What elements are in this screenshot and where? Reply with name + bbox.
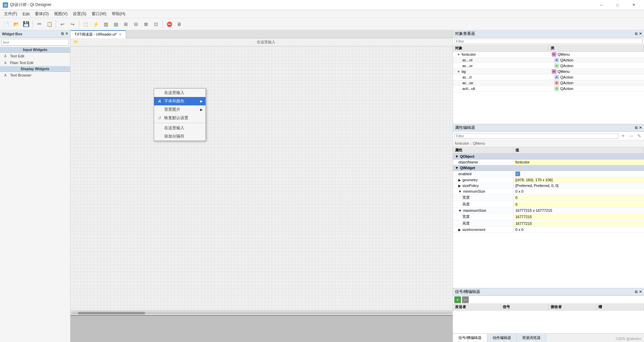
prop-val-sizepolicy[interactable]: [Preferred, Preferred, 0, 0] [513,183,644,188]
obj-row-fontcolor[interactable]: ▼ fontcolor M QMenu [453,52,644,57]
obj-row-acrt[interactable]: ac...rt A QAction [453,75,644,80]
prop-row-maximumsize[interactable]: ▼ maximumSize 16777215 x 16777215 [453,208,644,213]
toolbar-layout4[interactable]: ⊟ [131,19,141,29]
prop-row-objectname[interactable]: objectName fontcolor [453,159,644,165]
menu-edit[interactable]: Edit [20,11,32,17]
menu-settings[interactable]: 设置(S) [70,10,89,17]
signal-del-btn[interactable]: ─ [462,296,469,303]
prop-row-height2[interactable]: 高度 16777215 [453,220,644,227]
menu-window[interactable]: 窗口(W) [89,10,109,17]
widget-search-box[interactable] [1,39,69,46]
minimumsize-expand[interactable]: ▼ [458,190,462,193]
prop-row-minimumsize[interactable]: ▼ minimumSize 0 x 0 [453,189,644,194]
toolbar-save[interactable]: 💾 [21,19,31,29]
ctx-item-input2[interactable]: 在这里输入 [154,124,205,132]
scrollbar-thumb[interactable] [78,312,145,314]
ctx-item-font[interactable]: A 字体和颜色 ▶ [154,97,205,105]
signal-footer-tab-resource[interactable]: 资源浏览器 [517,334,546,342]
maximize-button[interactable]: □ [610,0,625,10]
toolbar-break[interactable]: ⛔ [165,19,174,29]
canvas-back-btn[interactable]: 📁 [73,39,79,46]
obj-inspector-close-btn[interactable]: ✕ [639,32,642,36]
widget-item-text-edit[interactable]: A Text Edit [0,53,70,59]
sizeincrement-expand[interactable]: ▶ [458,228,461,232]
prop-editor-float-btn[interactable]: ⧉ [635,126,638,130]
qwidget-expand[interactable]: ▼ [455,166,459,170]
prop-val-width1[interactable]: 0 [513,195,644,200]
prop-row-sizepolicy[interactable]: ▶ sizePolicy [Preferred, Preferred, 0, 0… [453,183,644,189]
prop-row-width1[interactable]: 宽度 0 [453,194,644,201]
toolbar-signal[interactable]: ⚡ [91,19,100,29]
toolbar-cut[interactable]: ✂ [35,19,44,29]
widget-item-plain-text-edit[interactable]: A Plain Text Edit [0,59,70,66]
signal-editor-float-btn[interactable]: ⧉ [635,290,638,294]
qobject-expand[interactable]: ▼ [455,154,459,158]
signal-add-btn[interactable]: + [454,296,461,303]
prop-editor-close-btn[interactable]: ✕ [639,126,642,130]
ctx-item-reset[interactable]: ↺ 恢复默认设置 [154,114,205,122]
prop-row-height1[interactable]: 高度 0 [453,201,644,208]
obj-inspector-float-btn[interactable]: ⧉ [635,32,638,36]
prop-val-minimumsize[interactable]: 0 x 0 [513,189,644,194]
prop-row-width2[interactable]: 宽度 16777215 [453,213,644,220]
close-button[interactable]: ✕ [626,0,641,10]
toolbar-redo[interactable]: ↪ [68,19,77,29]
menu-form[interactable]: 窗体(O) [32,10,51,17]
toolbar-layout5[interactable]: ⊠ [141,19,151,29]
obj-inspector-filter-input[interactable] [454,39,643,44]
prop-del-btn[interactable]: ─ [628,133,635,139]
obj-row-acor[interactable]: ac...or ⊙ QAction [453,63,644,69]
signal-footer-tab-action[interactable]: 动作编辑器 [487,334,517,342]
toolbar-layout2[interactable]: ▤ [111,19,121,29]
prop-val-maximumsize[interactable]: 16777215 x 16777215 [513,208,644,213]
menu-view[interactable]: 视图(V) [51,10,70,17]
prop-val-enabled[interactable]: ✓ [513,171,644,177]
fontcolor-expand[interactable]: ▼ [457,53,460,56]
minimize-button[interactable]: ─ [594,0,609,10]
obj-row-bg[interactable]: ▼ bg M QMenu [453,69,644,75]
toolbar-preview[interactable]: 🖥 [175,19,184,29]
prop-add-btn[interactable]: + [620,133,627,139]
enabled-checkbox[interactable]: ✓ [515,172,520,176]
toolbar-layout6[interactable]: ⊡ [151,19,161,29]
widget-box-float-btn[interactable]: ⧉ [61,32,64,36]
form-canvas[interactable]: 在这里输入 A 字体和颜色 ▶ 背景图片 ▶ ↺ 恢复默认设置 [71,46,453,315]
toolbar-layout1[interactable]: ▥ [101,19,110,29]
toolbar-undo[interactable]: ↩ [58,19,67,29]
prop-val-sizeincrement[interactable]: 0 x 0 [513,227,644,232]
prop-val-geometry[interactable]: [(478, 160), 170 x 106] [513,177,644,183]
menu-file[interactable]: 文件(F) [1,10,20,17]
prop-val-height2[interactable]: 16777215 [513,221,644,226]
maximumsize-expand[interactable]: ▼ [458,209,462,212]
signal-footer-tab-signal[interactable]: 信号/槽编辑器 [453,334,487,342]
obj-row-acnt[interactable]: ac...nt A QAction [453,57,644,63]
prop-val-height1[interactable]: 0 [513,202,644,207]
prop-val-width2[interactable]: 16777215 [513,214,644,219]
widget-search-input[interactable] [3,40,67,44]
prop-row-sizeincrement[interactable]: ▶ sizeIncrement 0 x 0 [453,227,644,233]
ctx-item-bg[interactable]: 背景图片 ▶ [154,105,205,114]
bg-expand[interactable]: ▼ [457,70,460,74]
canvas-tab[interactable]: TXT阅读器 - UIReader.ui* ✕ [71,30,126,38]
prop-row-geometry[interactable]: ▶ geometry [(478, 160), 170 x 106] [453,177,644,183]
toolbar-layout3[interactable]: ⊞ [121,19,131,29]
toolbar-widget-edit[interactable]: ⬚ [81,19,90,29]
ctx-item-input[interactable]: 在这里输入 [154,89,205,97]
geometry-expand[interactable]: ▶ [458,178,461,182]
obj-row-acse[interactable]: ac...se ⊗ QAction [453,80,644,86]
prop-edit-btn[interactable]: ✎ [636,133,643,139]
toolbar-new[interactable]: 📄 [1,19,11,29]
widget-box-close-btn[interactable]: ✕ [65,32,68,36]
toolbar-copy[interactable]: 📋 [45,19,54,29]
prop-val-objectname[interactable]: fontcolor [513,159,644,165]
ctx-item-sep[interactable]: 添加分隔符 [154,132,205,141]
prop-row-enabled[interactable]: enabled ✓ [453,171,644,177]
menu-help[interactable]: 帮助(H) [109,10,128,17]
sizepolicy-expand[interactable]: ▶ [458,184,461,188]
prop-filter-input[interactable] [454,133,618,139]
canvas-tab-close[interactable]: ✕ [119,33,122,36]
canvas-scrollbar-h[interactable] [71,310,453,315]
toolbar-open[interactable]: 📂 [11,19,21,29]
signal-editor-close-btn[interactable]: ✕ [639,290,642,294]
obj-row-actult[interactable]: acti...ult ⊙ QAction [453,86,644,92]
